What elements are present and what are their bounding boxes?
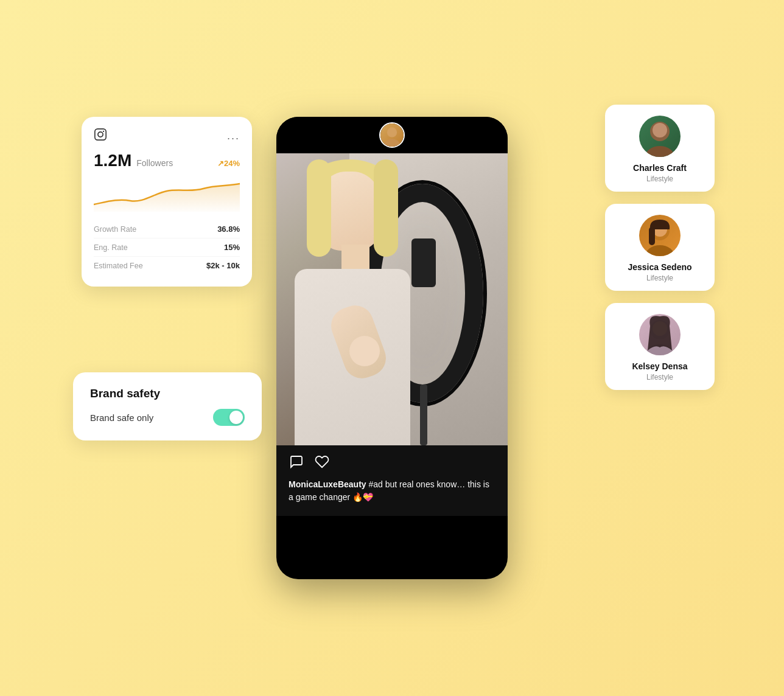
influencer-category-charles: Lifestyle — [646, 175, 673, 183]
toggle-knob — [229, 411, 243, 424]
influencer-category-kelsey: Lifestyle — [646, 373, 673, 381]
stat-label-eng: Eng. Rate — [94, 243, 128, 252]
phone-image — [276, 153, 508, 445]
influencer-category-jessica: Lifestyle — [646, 274, 673, 282]
person-area — [289, 153, 435, 445]
stat-label-growth: Growth Rate — [94, 225, 136, 234]
avatar-kelsey — [639, 314, 681, 355]
analytics-card: ... 1.2M Followers ↗24% Growth Rate — [82, 117, 252, 287]
svg-point-4 — [103, 131, 104, 132]
caption-username: MonicaLuxeBeauty — [289, 479, 366, 489]
comment-button[interactable] — [289, 454, 304, 470]
stat-label-fee: Estimated Fee — [94, 262, 143, 270]
brand-safety-title: Brand safety — [90, 387, 245, 400]
phone-caption: MonicaLuxeBeauty #ad but real ones know…… — [276, 476, 508, 516]
heart-button[interactable] — [314, 454, 330, 470]
influencer-name-charles: Charles Craft — [633, 163, 687, 173]
stat-value-eng: 15% — [224, 243, 240, 252]
influencer-card-jessica[interactable]: Jessica Sedeno Lifestyle — [605, 204, 715, 291]
brand-safe-toggle[interactable] — [213, 409, 245, 426]
svg-point-0 — [387, 127, 397, 137]
phone-top-bar — [276, 117, 508, 153]
followers-label: Followers — [136, 158, 173, 168]
influencer-card-charles[interactable]: Charles Craft Lifestyle — [605, 105, 715, 192]
scene: MonicaLuxeBeauty #ad but real ones know…… — [57, 56, 727, 640]
profile-avatar — [379, 122, 405, 148]
phone-actions — [276, 445, 508, 476]
svg-point-6 — [645, 146, 674, 157]
avatar-jessica — [639, 215, 681, 256]
brand-safety-card: Brand safety Brand safe only — [73, 372, 262, 440]
influencer-card-kelsey[interactable]: Kelsey Densa Lifestyle — [605, 303, 715, 390]
card-top-row: ... — [94, 128, 240, 144]
influencer-name-jessica: Jessica Sedeno — [628, 262, 691, 272]
growth-badge: ↗24% — [217, 159, 240, 168]
chart-area — [94, 175, 240, 212]
svg-point-3 — [98, 132, 103, 137]
more-menu-button[interactable]: ... — [227, 130, 240, 141]
stat-row-growth: Growth Rate 36.8% — [94, 220, 240, 238]
svg-rect-2 — [95, 129, 106, 140]
stat-value-growth: 36.8% — [217, 224, 240, 234]
stats-list: Growth Rate 36.8% Eng. Rate 15% Estimate… — [94, 220, 240, 274]
brand-safe-row: Brand safe only — [90, 409, 245, 426]
followers-row: 1.2M Followers ↗24% — [94, 151, 240, 170]
stat-row-fee: Estimated Fee $2k - 10k — [94, 257, 240, 274]
svg-point-1 — [384, 139, 399, 148]
influencer-name-kelsey: Kelsey Densa — [632, 361, 687, 371]
svg-point-7 — [653, 123, 667, 137]
phone-card: MonicaLuxeBeauty #ad but real ones know…… — [276, 117, 508, 579]
followers-count: 1.2M — [94, 151, 131, 170]
svg-rect-11 — [649, 227, 655, 245]
svg-point-9 — [645, 245, 674, 256]
influencer-cards: Charles Craft Lifestyle Jessica Sedeno — [605, 105, 715, 390]
brand-safe-label: Brand safe only — [90, 412, 153, 423]
stat-value-fee: $2k - 10k — [206, 261, 240, 270]
stat-row-eng: Eng. Rate 15% — [94, 238, 240, 257]
instagram-icon — [94, 128, 107, 144]
avatar-charles — [639, 116, 681, 157]
